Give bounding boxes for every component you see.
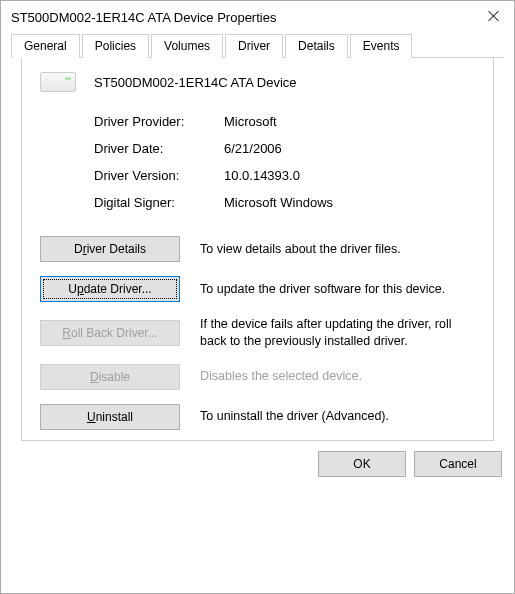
driver-date-value: 6/21/2006 — [224, 141, 475, 156]
uninstall-button[interactable]: Uninstall — [40, 404, 180, 430]
update-driver-button[interactable]: Update Driver... — [40, 276, 180, 302]
tab-events[interactable]: Events — [350, 34, 413, 58]
uninstall-desc: To uninstall the driver (Advanced). — [200, 408, 475, 425]
update-driver-desc: To update the driver software for this d… — [200, 281, 475, 298]
ok-button[interactable]: OK — [318, 451, 406, 477]
cancel-button[interactable]: Cancel — [414, 451, 502, 477]
driver-date-label: Driver Date: — [94, 141, 224, 156]
tab-general[interactable]: General — [11, 34, 80, 58]
rollback-driver-desc: If the device fails after updating the d… — [200, 316, 475, 350]
action-rows: Driver Details To view details about the… — [40, 236, 475, 430]
driver-version-label: Driver Version: — [94, 168, 224, 183]
drive-icon — [40, 72, 76, 92]
disable-desc: Disables the selected device. — [200, 368, 475, 385]
driver-provider-label: Driver Provider: — [94, 114, 224, 129]
digital-signer-value: Microsoft Windows — [224, 195, 475, 210]
digital-signer-label: Digital Signer: — [94, 195, 224, 210]
row-disable: Disable Disables the selected device. — [40, 364, 475, 390]
tab-details[interactable]: Details — [285, 34, 348, 58]
tab-policies[interactable]: Policies — [82, 34, 149, 58]
titlebar: ST500DM002-1ER14C ATA Device Properties — [1, 1, 514, 33]
row-rollback-driver: Roll Back Driver... If the device fails … — [40, 316, 475, 350]
row-update-driver: Update Driver... To update the driver so… — [40, 276, 475, 302]
window-title: ST500DM002-1ER14C ATA Device Properties — [11, 10, 276, 25]
tab-panel-driver: ST500DM002-1ER14C ATA Device Driver Prov… — [21, 58, 494, 441]
rollback-driver-button: Roll Back Driver... — [40, 320, 180, 346]
row-driver-details: Driver Details To view details about the… — [40, 236, 475, 262]
tab-driver[interactable]: Driver — [225, 34, 283, 58]
driver-details-desc: To view details about the driver files. — [200, 241, 475, 258]
device-name: ST500DM002-1ER14C ATA Device — [94, 75, 297, 90]
disable-button: Disable — [40, 364, 180, 390]
device-header: ST500DM002-1ER14C ATA Device — [40, 72, 475, 92]
driver-info-grid: Driver Provider: Microsoft Driver Date: … — [94, 114, 475, 210]
row-uninstall: Uninstall To uninstall the driver (Advan… — [40, 404, 475, 430]
driver-version-value: 10.0.14393.0 — [224, 168, 475, 183]
tab-volumes[interactable]: Volumes — [151, 34, 223, 58]
driver-details-button[interactable]: Driver Details — [40, 236, 180, 262]
dialog-footer: OK Cancel — [1, 441, 514, 489]
tab-strip: General Policies Volumes Driver Details … — [1, 33, 514, 441]
driver-provider-value: Microsoft — [224, 114, 475, 129]
close-icon[interactable] — [486, 9, 502, 25]
